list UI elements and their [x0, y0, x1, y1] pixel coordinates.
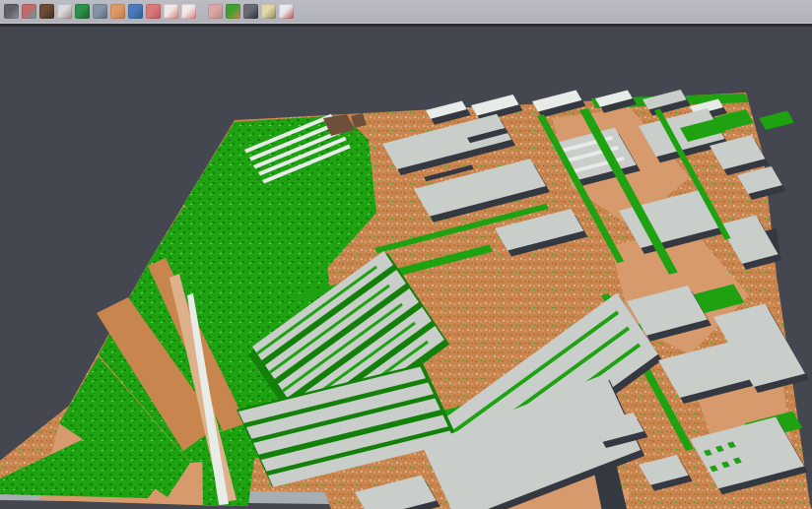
report-flag-icon[interactable]	[279, 4, 294, 19]
green-hill-icon[interactable]	[75, 4, 90, 19]
toolbar-separator	[197, 11, 206, 12]
classification-map-icon[interactable]	[226, 4, 240, 19]
application-window	[0, 0, 812, 509]
selection-bounds-icon[interactable]	[181, 4, 196, 19]
point-cloud-icon[interactable]	[22, 4, 36, 19]
terrain-scene	[0, 0, 812, 509]
checker-texture-icon[interactable]	[208, 4, 223, 19]
profile-lines-icon[interactable]	[146, 4, 161, 19]
terrain-mound-icon[interactable]	[39, 4, 54, 19]
viewport-3d[interactable]	[0, 0, 812, 509]
app-cube-icon[interactable]	[4, 4, 19, 19]
ortho-photo-icon[interactable]	[110, 4, 125, 19]
main-toolbar	[0, 0, 812, 24]
notes-icon[interactable]	[261, 4, 276, 19]
sparse-points-icon[interactable]	[57, 4, 72, 19]
dark-sphere-icon[interactable]	[243, 4, 258, 19]
viewport-frame-line	[0, 24, 812, 27]
target-circle-icon[interactable]	[164, 4, 178, 19]
side-panel-icon[interactable]	[93, 4, 107, 19]
globe-icon[interactable]	[128, 4, 143, 19]
